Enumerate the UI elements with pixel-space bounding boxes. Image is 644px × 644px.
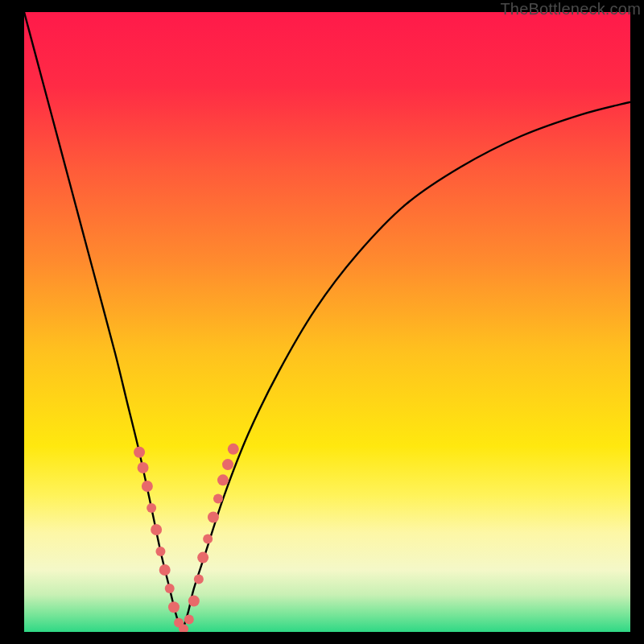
highlight-dot: [222, 459, 233, 470]
highlight-dot: [208, 512, 219, 523]
highlight-dot: [213, 493, 223, 503]
curve-layer: [24, 12, 630, 632]
highlight-dot: [184, 615, 194, 625]
highlight-dot: [194, 575, 204, 584]
highlight-dot: [147, 503, 156, 513]
chart-frame: [24, 12, 630, 632]
highlight-dots: [134, 444, 239, 632]
highlight-dot: [155, 547, 165, 556]
bottleneck-curve: [24, 12, 630, 629]
highlight-dot: [138, 462, 149, 473]
highlight-dot: [203, 535, 213, 544]
highlight-dot: [134, 447, 145, 458]
watermark-text: TheBottleneck.com: [500, 0, 641, 19]
highlight-dot: [165, 584, 175, 593]
highlight-dot: [168, 601, 180, 613]
highlight-dot: [197, 552, 208, 564]
highlight-dot: [142, 481, 153, 492]
highlight-dot: [159, 564, 171, 576]
highlight-dot: [151, 524, 162, 535]
highlight-dot: [228, 444, 239, 455]
highlight-dot: [188, 596, 200, 607]
highlight-dot: [217, 474, 229, 485]
